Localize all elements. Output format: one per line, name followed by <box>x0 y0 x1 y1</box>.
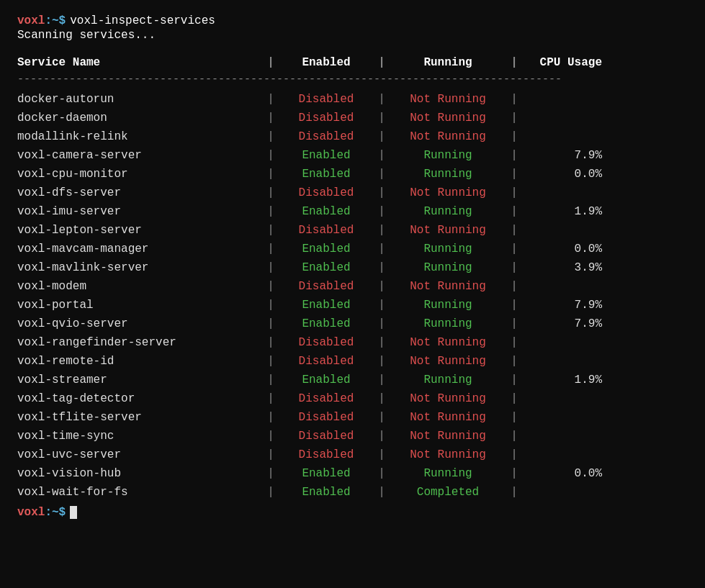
row-sep3: | <box>506 334 523 351</box>
running-cell: Running <box>390 297 506 314</box>
service-name-cell: voxl-mavcam-manager <box>17 240 262 258</box>
running-cell: Not Running <box>390 409 506 426</box>
cpu-cell: 0.0% <box>523 465 609 482</box>
row-sep2: | <box>373 240 390 258</box>
cursor-block <box>70 506 77 519</box>
row-sep1: | <box>262 184 279 202</box>
row-sep2: | <box>373 428 390 445</box>
table-row: voxl-imu-server | Enabled | Running | 1.… <box>17 202 688 221</box>
service-name-cell: voxl-portal <box>17 297 262 314</box>
row-sep1: | <box>262 128 279 145</box>
row-sep1: | <box>262 390 279 407</box>
enabled-cell: Enabled <box>279 240 373 258</box>
enabled-cell: Disabled <box>279 278 373 295</box>
row-sep3: | <box>506 91 523 108</box>
row-sep1: | <box>262 109 279 127</box>
header-sep2: | <box>373 56 390 69</box>
row-sep3: | <box>506 184 523 202</box>
cpu-cell: 1.9% <box>523 203 609 220</box>
running-cell: Running <box>390 465 506 482</box>
service-name-cell: voxl-time-sync <box>17 428 262 445</box>
row-sep2: | <box>373 353 390 370</box>
row-sep3: | <box>506 278 523 295</box>
service-name-cell: voxl-lepton-server <box>17 222 262 239</box>
row-sep3: | <box>506 240 523 258</box>
table-row: voxl-rangefinder-server | Disabled | Not… <box>17 333 688 352</box>
cpu-cell: 7.9% <box>523 297 609 314</box>
table-row: voxl-wait-for-fs | Enabled | Completed | <box>17 483 688 502</box>
final-prompt-line: voxl :~$ <box>17 506 688 519</box>
row-sep2: | <box>373 334 390 351</box>
running-cell: Not Running <box>390 278 506 295</box>
service-name-cell: voxl-remote-id <box>17 353 262 370</box>
row-sep1: | <box>262 222 279 239</box>
table-divider: ----------------------------------------… <box>17 73 688 86</box>
row-sep1: | <box>262 409 279 426</box>
row-sep3: | <box>506 109 523 127</box>
table-row: docker-daemon | Disabled | Not Running | <box>17 109 688 127</box>
running-cell: Not Running <box>390 184 506 202</box>
row-sep3: | <box>506 147 523 164</box>
table-row: voxl-uvc-server | Disabled | Not Running… <box>17 445 688 464</box>
row-sep2: | <box>373 390 390 407</box>
row-sep2: | <box>373 184 390 202</box>
row-sep3: | <box>506 465 523 482</box>
row-sep1: | <box>262 334 279 351</box>
row-sep3: | <box>506 390 523 407</box>
enabled-cell: Enabled <box>279 147 373 164</box>
service-name-cell: voxl-wait-for-fs <box>17 484 262 501</box>
enabled-cell: Enabled <box>279 297 373 314</box>
running-cell: Not Running <box>390 428 506 445</box>
cpu-cell: 0.0% <box>523 166 609 183</box>
header-enabled: Enabled <box>279 56 373 69</box>
final-prompt-tilde: :~$ <box>45 506 66 519</box>
cpu-cell: 1.9% <box>523 371 609 389</box>
running-cell: Running <box>390 259 506 276</box>
service-name-cell: voxl-rangefinder-server <box>17 334 262 351</box>
service-name-cell: voxl-qvio-server <box>17 315 262 333</box>
prompt-user: voxl <box>17 14 45 27</box>
service-name-cell: voxl-mavlink-server <box>17 259 262 276</box>
row-sep3: | <box>506 297 523 314</box>
row-sep2: | <box>373 446 390 463</box>
enabled-cell: Enabled <box>279 484 373 501</box>
scanning-line: Scanning services... <box>17 29 688 42</box>
table-row: voxl-lepton-server | Disabled | Not Runn… <box>17 221 688 240</box>
row-sep2: | <box>373 203 390 220</box>
enabled-cell: Disabled <box>279 184 373 202</box>
row-sep3: | <box>506 371 523 389</box>
row-sep2: | <box>373 297 390 314</box>
running-cell: Running <box>390 203 506 220</box>
enabled-cell: Disabled <box>279 128 373 145</box>
row-sep2: | <box>373 147 390 164</box>
running-cell: Not Running <box>390 390 506 407</box>
enabled-cell: Disabled <box>279 334 373 351</box>
service-name-cell: voxl-imu-server <box>17 203 262 220</box>
row-sep3: | <box>506 484 523 501</box>
service-name-cell: voxl-tag-detector <box>17 390 262 407</box>
row-sep3: | <box>506 128 523 145</box>
table-row: voxl-portal | Enabled | Running | 7.9% <box>17 296 688 315</box>
running-cell: Not Running <box>390 222 506 239</box>
enabled-cell: Disabled <box>279 353 373 370</box>
service-name-cell: voxl-tflite-server <box>17 409 262 426</box>
row-sep1: | <box>262 297 279 314</box>
row-sep3: | <box>506 166 523 183</box>
row-sep1: | <box>262 278 279 295</box>
row-sep1: | <box>262 147 279 164</box>
running-cell: Not Running <box>390 91 506 108</box>
service-name-cell: voxl-streamer <box>17 371 262 389</box>
row-sep1: | <box>262 446 279 463</box>
enabled-cell: Enabled <box>279 166 373 183</box>
table-row: voxl-vision-hub | Enabled | Running | 0.… <box>17 464 688 483</box>
enabled-cell: Disabled <box>279 109 373 127</box>
row-sep2: | <box>373 222 390 239</box>
row-sep3: | <box>506 428 523 445</box>
running-cell: Not Running <box>390 446 506 463</box>
command-line: voxl :~$ voxl-inspect-services <box>17 14 688 27</box>
table-row: voxl-streamer | Enabled | Running | 1.9% <box>17 371 688 389</box>
running-cell: Not Running <box>390 353 506 370</box>
row-sep2: | <box>373 259 390 276</box>
row-sep2: | <box>373 484 390 501</box>
row-sep1: | <box>262 259 279 276</box>
